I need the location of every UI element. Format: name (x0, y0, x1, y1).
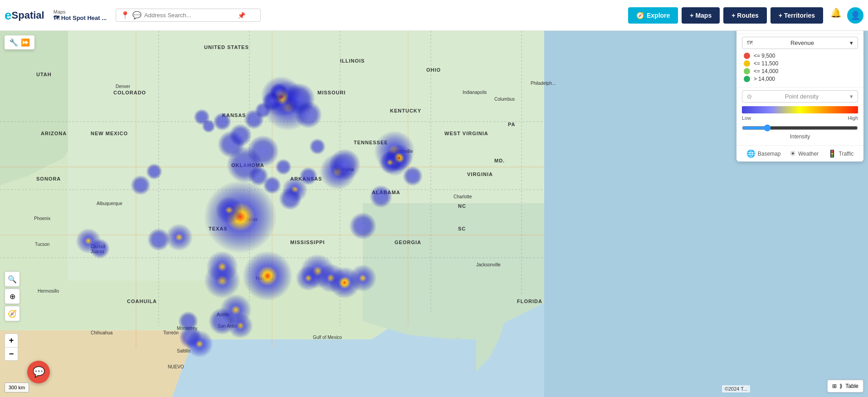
breadcrumb-maps: Maps (54, 9, 107, 15)
legend-revenue-section: 🗺 Revenue ▾ <= 9,500<= 11,500<= 14,000> … (736, 34, 863, 88)
traffic-icon: 🚦 (828, 149, 837, 158)
target-icon: ⊕ (10, 292, 15, 301)
legend-item-label: <= 9,500 (754, 53, 775, 59)
legend-color-dot (744, 60, 750, 67)
compass-button[interactable]: 🧭 (5, 306, 20, 321)
intensity-slider[interactable] (742, 124, 858, 132)
compass-icon: 🧭 (8, 309, 17, 318)
legend-item-label: <= 14,000 (754, 68, 778, 74)
legend-color-dot (744, 53, 750, 59)
chat-icon: 💬 (33, 366, 45, 378)
compass-icon: 🧭 (636, 12, 644, 19)
revenue-dropdown[interactable]: 🗺 Revenue ▾ (742, 37, 858, 49)
chat-icon: 💬 (132, 11, 141, 20)
zoom-out-button[interactable]: − (5, 347, 18, 361)
breadcrumb: Maps 🗺 Hot Spot Heat ... (54, 9, 107, 21)
zoom-to-selection-button[interactable]: ⊕ (5, 289, 20, 304)
basemap-button[interactable]: 🌐 Basemap (746, 149, 781, 158)
table-button[interactable]: ⊞ ⟫ Table (827, 380, 863, 392)
density-icon: ⊙ (747, 93, 752, 100)
weather-icon: ☀ (790, 149, 796, 158)
heatmap-gradient-bar (742, 106, 858, 113)
globe-icon: 🌐 (746, 149, 756, 158)
gradient-labels: Low High (742, 115, 858, 121)
search-input[interactable] (144, 12, 235, 19)
breadcrumb-title[interactable]: 🗺 Hot Spot Heat ... (54, 15, 107, 21)
revenue-items: <= 9,500<= 11,500<= 14,000> 14,000 (742, 53, 858, 82)
density-chevron-icon: ▾ (850, 93, 853, 100)
map-icon: 🗺 (54, 15, 59, 21)
zoom-controls: + − (5, 333, 18, 361)
legend-row: <= 14,000 (742, 68, 858, 74)
routes-button[interactable]: + Routes (723, 7, 767, 24)
wrench-icon[interactable]: 🔧 (9, 38, 18, 47)
search-bar[interactable]: 📍 💬 📌 (116, 9, 261, 22)
density-dropdown[interactable]: ⊙ Point density ▾ (742, 90, 858, 103)
logo-spatial: Spatial (12, 10, 44, 21)
legend-row: <= 11,500 (742, 60, 858, 67)
user-avatar[interactable]: 👤 (847, 7, 863, 24)
location-pin-icon: 📍 (121, 11, 130, 20)
zoom-in-button[interactable]: + (5, 333, 18, 347)
legend-color-dot (744, 76, 750, 82)
tools-panel[interactable]: 🔧 ⏩ (5, 35, 34, 49)
nav-buttons: 🧭 Explore + Maps + Routes + Territories … (628, 7, 863, 24)
maps-button[interactable]: + Maps (682, 7, 720, 24)
collapse-icon: ⟫ (839, 383, 843, 389)
legend-basemap-section: 🌐 Basemap ☀ Weather 🚦 Traffic (736, 146, 863, 162)
legend-item-label: > 14,000 (754, 76, 775, 82)
legend-density-section: ⊙ Point density ▾ Low High Intensity (736, 88, 863, 146)
notification-bell-icon[interactable]: 🔔 (830, 7, 842, 24)
copyright: ©2024 T... (722, 385, 750, 392)
legend-row: > 14,000 (742, 76, 858, 82)
zoom-to-extent-button[interactable]: 🔍 (5, 271, 20, 287)
weather-button[interactable]: ☀ Weather (790, 149, 819, 158)
territories-button[interactable]: + Territories (770, 7, 823, 24)
table-icon: ⊞ (832, 383, 837, 389)
scale-bar: 300 km (5, 382, 29, 392)
user-icon: 👤 (850, 10, 860, 20)
fast-forward-icon[interactable]: ⏩ (21, 38, 30, 47)
traffic-button[interactable]: 🚦 Traffic (828, 149, 854, 158)
logo[interactable]: eSpatial (5, 8, 44, 23)
chat-button[interactable]: 💬 (27, 361, 50, 383)
revenue-map-icon: 🗺 (747, 39, 753, 46)
intensity-label: Intensity (742, 133, 858, 140)
magnify-icon: 🔍 (8, 275, 17, 284)
header: eSpatial Maps 🗺 Hot Spot Heat ... 📍 💬 📌 … (0, 0, 868, 31)
add-location-icon[interactable]: 📌 (238, 12, 245, 19)
explore-button[interactable]: 🧭 Explore (628, 7, 678, 24)
logo-e: e (5, 8, 12, 23)
legend-item-label: <= 11,500 (754, 60, 778, 67)
legend-color-dot (744, 68, 750, 74)
legend-row: <= 9,500 (742, 53, 858, 59)
map-controls: 🔍 ⊕ 🧭 (5, 58, 20, 321)
chevron-down-icon: ▾ (850, 39, 853, 46)
